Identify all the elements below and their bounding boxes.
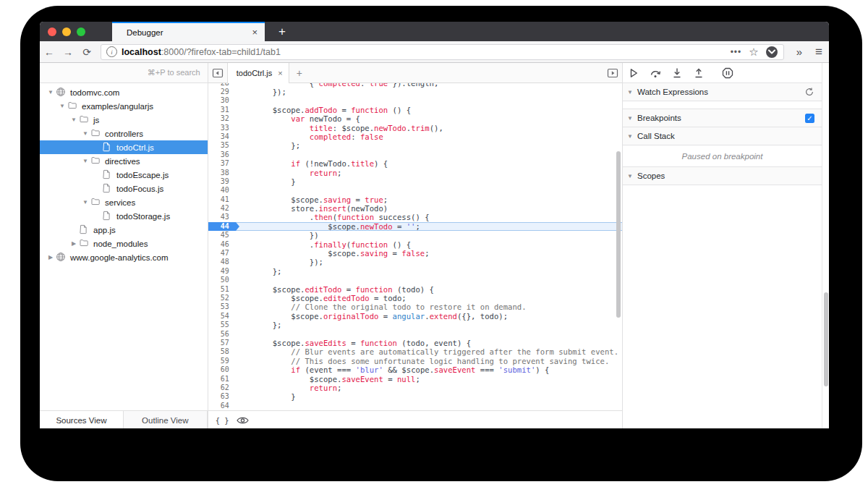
code-line-33[interactable]: 33 title: $scope.newTodo.trim(), (208, 124, 622, 132)
editor-tab-close-icon[interactable]: × (278, 69, 282, 77)
sources-tree-item-todomvc-com[interactable]: ▼todomvc.com (40, 85, 208, 99)
watch-expressions-header[interactable]: ▼ Watch Expressions (623, 82, 822, 101)
line-number[interactable]: 54 (208, 312, 236, 321)
tree-expanded-arrow-icon[interactable]: ▼ (80, 158, 90, 164)
reload-button[interactable]: ⟳ (77, 46, 96, 58)
sources-tree-item-examples-angularjs[interactable]: ▼examples/angularjs (40, 99, 208, 113)
pretty-print-icon[interactable]: { } (216, 416, 229, 425)
line-number[interactable]: 48 (208, 258, 236, 266)
code-line-36[interactable]: 36 (208, 151, 622, 159)
line-number[interactable]: 37 (208, 159, 236, 168)
expand-debugger-pane-icon[interactable] (603, 63, 622, 82)
line-number[interactable]: 32 (208, 114, 236, 123)
tree-collapsed-arrow-icon[interactable]: ▶ (46, 254, 56, 261)
new-tab-button[interactable]: + (271, 22, 293, 41)
code-line-53[interactable]: 53 // Clone the original todo to restore… (208, 302, 622, 311)
code-line-49[interactable]: 49 }; (208, 267, 622, 276)
line-number[interactable]: 39 (208, 177, 236, 186)
code-line-46[interactable]: 46 .finally(function () { (208, 240, 622, 249)
pocket-icon[interactable] (766, 46, 778, 58)
line-number[interactable]: 55 (208, 321, 236, 329)
line-number[interactable]: 62 (208, 384, 236, 392)
devtools-scrollbar[interactable] (822, 63, 829, 428)
tree-expanded-arrow-icon[interactable]: ▼ (69, 117, 79, 123)
line-number[interactable]: 38 (208, 169, 236, 177)
sources-tree-item-todostorage-js[interactable]: todoStorage.js (40, 209, 208, 223)
line-number[interactable]: 63 (208, 392, 236, 401)
code-line-43[interactable]: 43 .then(function success() { (208, 213, 622, 221)
editor-scrollbar[interactable] (616, 151, 621, 318)
footer-tab-sources-view[interactable]: Sources View (40, 411, 124, 428)
code-line-29[interactable]: 29 }); (208, 88, 622, 96)
line-number[interactable]: 36 (208, 151, 236, 159)
tree-expanded-arrow-icon[interactable]: ▼ (80, 199, 90, 206)
code-line-64[interactable]: 64 (208, 402, 622, 410)
code-line-44[interactable]: 44 $scope.newTodo = ''; (208, 222, 622, 231)
call-stack-header[interactable]: ▼ Call Stack (623, 127, 822, 145)
sources-tree-item-controllers[interactable]: ▼controllers (40, 127, 208, 140)
hamburger-menu-icon[interactable]: ≡ (809, 45, 829, 59)
forward-button[interactable]: → (59, 46, 77, 58)
line-number[interactable]: 29 (208, 88, 236, 96)
line-number[interactable]: 52 (208, 294, 236, 302)
code-line-47[interactable]: 47 $scope.saving = false; (208, 249, 622, 258)
step-in-button[interactable] (666, 67, 688, 79)
code-line-31[interactable]: 31 $scope.addTodo = function () { (208, 106, 622, 114)
site-info-icon[interactable]: i (106, 46, 117, 57)
line-number[interactable]: 56 (208, 330, 236, 339)
line-number[interactable]: 53 (208, 302, 236, 311)
line-number[interactable]: 57 (208, 339, 236, 347)
step-over-button[interactable] (644, 67, 666, 79)
editor-new-tab-icon[interactable]: + (289, 63, 310, 82)
code-line-59[interactable]: 59 // This does some unfortunate logic h… (208, 357, 622, 365)
code-line-60[interactable]: 60 if (event === 'blur' && $scope.saveEv… (208, 365, 622, 374)
tree-expanded-arrow-icon[interactable]: ▼ (57, 103, 67, 109)
sources-tree-item-app-js[interactable]: app.js (40, 223, 208, 237)
source-visibility-eye-icon[interactable] (237, 416, 249, 425)
browser-tab-debugger[interactable]: Debugger × (112, 22, 265, 41)
footer-tab-outline-view[interactable]: Outline View (124, 411, 208, 428)
line-number[interactable]: 44 (208, 222, 236, 231)
code-line-55[interactable]: 55 }; (208, 321, 622, 329)
minimize-window-button[interactable] (62, 27, 71, 36)
code-line-61[interactable]: 61 $scope.saveEvent = null; (208, 375, 622, 384)
code-line-52[interactable]: 52 $scope.editedTodo = todo; (208, 294, 622, 302)
code-line-39[interactable]: 39 } (208, 177, 622, 186)
line-number[interactable]: 58 (208, 347, 236, 356)
sources-tree-item-www-google-analytics-com[interactable]: ▶www.google-analytics.com (40, 250, 208, 264)
resume-button[interactable] (623, 67, 644, 79)
sources-tree-item-todoescape-js[interactable]: todoEscape.js (40, 168, 208, 182)
tab-close-icon[interactable]: × (252, 27, 258, 38)
zoom-window-button[interactable] (77, 27, 85, 36)
code-line-57[interactable]: 57 $scope.saveEdits = function (todo, ev… (208, 339, 622, 347)
breakpoints-header[interactable]: ▼ Breakpoints ✓ (623, 109, 822, 127)
code-line-40[interactable]: 40 (208, 186, 622, 195)
code-line-37[interactable]: 37 if (!newTodo.title) { (208, 159, 622, 168)
sources-search-bar[interactable]: ⌘+P to search (40, 63, 208, 83)
url-bar[interactable]: i localhost:8000/?firefox-tab=child1/tab… (101, 44, 784, 60)
code-line-32[interactable]: 32 var newTodo = { (208, 114, 622, 123)
code-line-38[interactable]: 38 return; (208, 169, 622, 177)
code-line-45[interactable]: 45 }) (208, 231, 622, 240)
pause-on-exceptions-button[interactable] (717, 67, 739, 79)
page-actions-icon[interactable]: ••• (731, 47, 742, 57)
line-number[interactable]: 50 (208, 276, 236, 284)
overflow-menu-icon[interactable]: » (790, 46, 809, 58)
line-number[interactable]: 45 (208, 231, 236, 240)
line-number[interactable]: 49 (208, 267, 236, 276)
line-number[interactable]: 30 (208, 96, 236, 105)
line-number[interactable]: 31 (208, 106, 236, 114)
sources-tree-item-todoctrl-js[interactable]: todoCtrl.js (40, 140, 208, 154)
code-line-48[interactable]: 48 }); (208, 258, 622, 266)
sources-tree-item-js[interactable]: ▼js (40, 113, 208, 127)
scopes-header[interactable]: ▼ Scopes (623, 166, 822, 185)
line-number[interactable]: 60 (208, 365, 236, 374)
bookmark-star-icon[interactable]: ☆ (749, 46, 758, 59)
code-line-34[interactable]: 34 completed: false (208, 132, 622, 141)
code-line-54[interactable]: 54 $scope.originalTodo = angular.extend(… (208, 312, 622, 321)
code-line-56[interactable]: 56 (208, 330, 622, 339)
step-out-button[interactable] (688, 67, 710, 79)
collapse-sources-pane-icon[interactable] (208, 63, 227, 82)
close-window-button[interactable] (48, 27, 56, 36)
scrollbar-thumb[interactable] (824, 292, 828, 386)
